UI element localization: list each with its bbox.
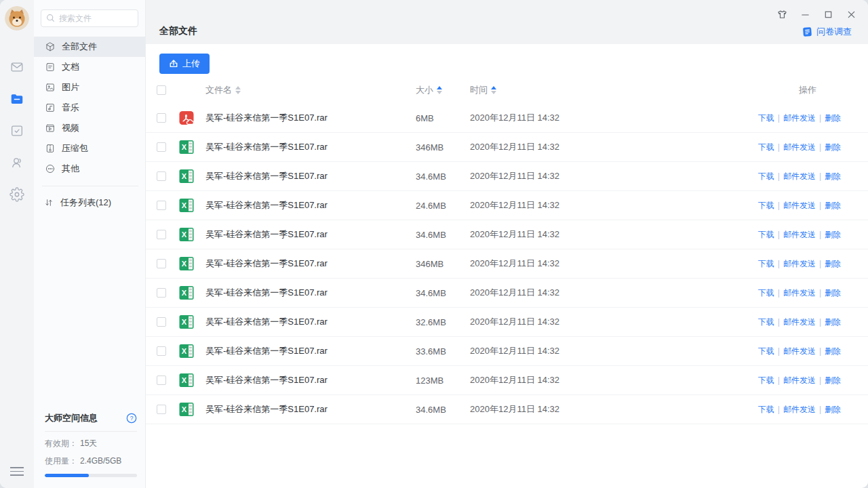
delete-link[interactable]: 删除 (825, 317, 841, 327)
file-size: 6MB (416, 113, 470, 123)
email-send-link[interactable]: 邮件发送 (783, 288, 816, 298)
delete-link[interactable]: 删除 (825, 288, 841, 298)
row-actions: 下载|邮件发送|删除 (695, 258, 841, 270)
email-send-link[interactable]: 邮件发送 (783, 346, 816, 356)
download-link[interactable]: 下载 (758, 405, 774, 414)
column-header-size[interactable]: 大小 (416, 84, 470, 96)
delete-link[interactable]: 删除 (825, 171, 841, 181)
email-send-link[interactable]: 邮件发送 (783, 113, 816, 123)
email-send-link[interactable]: 邮件发送 (783, 259, 816, 268)
contacts-icon[interactable] (9, 155, 25, 171)
delete-link[interactable]: 删除 (825, 113, 841, 123)
row-checkbox[interactable] (157, 288, 166, 298)
column-header-name[interactable]: 文件名 (205, 84, 416, 96)
action-separator: | (778, 171, 780, 181)
survey-link[interactable]: 问卷调查 (802, 26, 852, 38)
table-row[interactable]: X 吴军-硅谷来信第一季S1E07.rar 34.6MB 2020年12月11日… (146, 220, 868, 249)
table-row[interactable]: X 吴军-硅谷来信第一季S1E07.rar 346MB 2020年12月11日 … (146, 133, 868, 162)
row-checkbox[interactable] (157, 405, 166, 414)
help-icon[interactable]: ? (126, 413, 137, 424)
row-checkbox[interactable] (157, 171, 166, 181)
action-separator: | (819, 230, 821, 239)
table-row[interactable]: X 吴军-硅谷来信第一季S1E07.rar 32.6MB 2020年12月11日… (146, 308, 868, 337)
download-link[interactable]: 下载 (758, 142, 774, 152)
action-separator: | (819, 317, 821, 327)
sort-caret-icon (437, 86, 442, 94)
email-send-link[interactable]: 邮件发送 (783, 171, 816, 181)
table-row[interactable]: X 吴军-硅谷来信第一季S1E07.rar 34.6MB 2020年12月11日… (146, 395, 868, 424)
action-separator: | (778, 405, 780, 414)
sidebar-item-music[interactable]: 音乐 (34, 98, 145, 118)
row-checkbox[interactable] (157, 346, 166, 356)
sidebar-item-videos[interactable]: 视频 (34, 118, 145, 138)
close-button[interactable] (842, 7, 860, 21)
action-separator: | (778, 346, 780, 356)
document-icon (45, 62, 56, 73)
hamburger-menu-icon[interactable] (10, 467, 24, 476)
minimize-button[interactable] (796, 7, 814, 21)
row-checkbox[interactable] (157, 201, 166, 210)
action-separator: | (819, 259, 821, 268)
download-link[interactable]: 下载 (758, 346, 774, 356)
email-send-link[interactable]: 邮件发送 (783, 142, 816, 152)
image-icon (45, 82, 56, 93)
maximize-button[interactable] (819, 7, 837, 21)
download-link[interactable]: 下载 (758, 375, 774, 385)
email-send-link[interactable]: 邮件发送 (783, 201, 816, 210)
sidebar-item-archives[interactable]: 压缩包 (34, 138, 145, 159)
avatar[interactable] (5, 6, 29, 30)
row-checkbox[interactable] (157, 142, 166, 152)
sidebar-item-documents[interactable]: 文档 (34, 57, 145, 77)
email-send-link[interactable]: 邮件发送 (783, 230, 816, 239)
upload-button[interactable]: 上传 (159, 54, 210, 74)
table-row[interactable]: X 吴军-硅谷来信第一季S1E07.rar 24.6MB 2020年12月11日… (146, 191, 868, 220)
row-checkbox[interactable] (157, 259, 166, 268)
sidebar-item-others[interactable]: 其他 (34, 159, 145, 179)
row-checkbox[interactable] (157, 113, 166, 123)
column-header-time[interactable]: 时间 (470, 84, 695, 96)
row-actions: 下载|邮件发送|删除 (695, 287, 841, 299)
download-link[interactable]: 下载 (758, 317, 774, 327)
table-row[interactable]: X 吴军-硅谷来信第一季S1E07.rar 34.6MB 2020年12月11日… (146, 162, 868, 191)
email-send-link[interactable]: 邮件发送 (783, 375, 816, 385)
search-input[interactable] (41, 9, 138, 27)
delete-link[interactable]: 删除 (825, 142, 841, 152)
download-link[interactable]: 下载 (758, 288, 774, 298)
email-send-link[interactable]: 邮件发送 (783, 317, 816, 327)
delete-link[interactable]: 删除 (825, 375, 841, 385)
delete-link[interactable]: 删除 (825, 346, 841, 356)
file-time: 2020年12月11日 14:32 (470, 199, 695, 211)
sidebar-item-label: 全部文件 (62, 41, 97, 53)
usage-label: 使用量： (45, 456, 77, 466)
theme-skin-icon[interactable] (773, 7, 791, 21)
table-row[interactable]: X 吴军-硅谷来信第一季S1E07.rar 346MB 2020年12月11日 … (146, 249, 868, 279)
download-link[interactable]: 下载 (758, 171, 774, 181)
select-all-checkbox[interactable] (157, 85, 166, 95)
table-row[interactable]: X 吴军-硅谷来信第一季S1E07.rar 123MB 2020年12月11日 … (146, 366, 868, 395)
tasks-check-icon[interactable] (9, 123, 25, 139)
delete-link[interactable]: 删除 (825, 230, 841, 239)
download-link[interactable]: 下载 (758, 259, 774, 268)
delete-link[interactable]: 删除 (825, 259, 841, 268)
mail-icon[interactable] (9, 59, 25, 75)
row-checkbox[interactable] (157, 230, 166, 239)
table-row[interactable]: X 吴军-硅谷来信第一季S1E07.rar 33.6MB 2020年12月11日… (146, 337, 868, 366)
gear-icon[interactable] (9, 186, 25, 203)
ellipsis-circle-icon (45, 163, 56, 174)
table-row[interactable]: X 吴军-硅谷来信第一季S1E07.rar 34.6MB 2020年12月11日… (146, 279, 868, 308)
files-folder-icon[interactable] (9, 91, 25, 107)
sidebar-item-pictures[interactable]: 图片 (34, 77, 145, 98)
download-link[interactable]: 下载 (758, 230, 774, 239)
row-checkbox[interactable] (157, 375, 166, 385)
row-checkbox[interactable] (157, 317, 166, 327)
action-separator: | (778, 230, 780, 239)
email-send-link[interactable]: 邮件发送 (783, 405, 816, 414)
download-link[interactable]: 下载 (758, 201, 774, 210)
delete-link[interactable]: 删除 (825, 201, 841, 210)
table-row[interactable]: X 吴军-硅谷来信第一季S1E07.rar 6MB 2020年12月11日 14… (146, 104, 868, 133)
sidebar-item-task-list[interactable]: 任务列表(12) (34, 193, 145, 212)
download-link[interactable]: 下载 (758, 113, 774, 123)
sidebar-item-all-files[interactable]: 全部文件 (34, 37, 145, 57)
file-time: 2020年12月11日 14:32 (470, 403, 695, 415)
delete-link[interactable]: 删除 (825, 405, 841, 414)
